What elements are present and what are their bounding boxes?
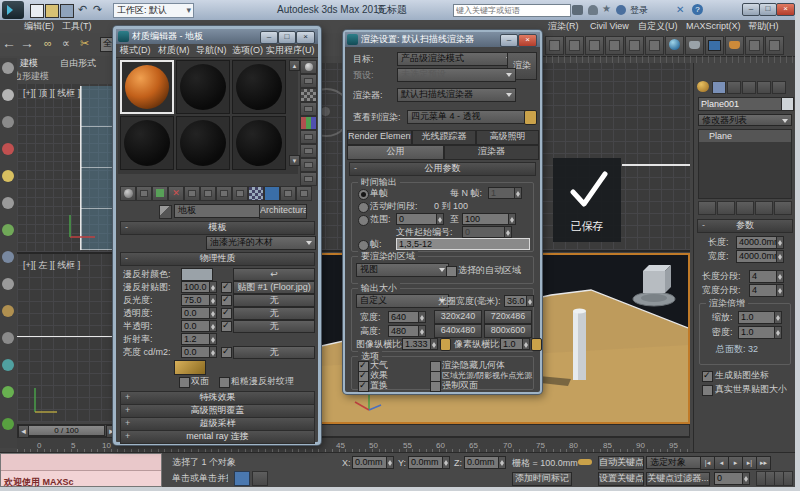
viewport-left-label[interactable]: [+][ 左 ][ 线框 ] — [23, 259, 80, 272]
modify-tab-icon[interactable] — [712, 81, 726, 94]
open-folder-icon[interactable] — [45, 4, 59, 18]
diffuse-map-button[interactable]: 贴图 #1 (Floor.jpg) — [233, 281, 315, 294]
spinner[interactable] — [430, 338, 438, 350]
width-spinner[interactable] — [776, 250, 784, 263]
go-start-icon[interactable]: |◂ — [700, 456, 715, 470]
go-to-parent-icon[interactable] — [280, 186, 296, 201]
coord-x-spinner[interactable] — [386, 456, 394, 469]
utilities-tab-icon[interactable] — [772, 81, 786, 94]
maximize-viewport-icon[interactable] — [783, 471, 793, 486]
pixel-aspect-lock-icon[interactable] — [531, 338, 542, 351]
key-filters-button[interactable]: 关键点过滤器... — [646, 472, 710, 486]
view-to-render-dropdown[interactable]: 四元菜单 4 - 透视 — [407, 110, 536, 124]
force-2sided-checkbox[interactable] — [430, 381, 441, 392]
active-segment-radio[interactable] — [358, 202, 369, 213]
coord-x-field[interactable]: 0.0mm — [352, 456, 390, 469]
translucency-map-button[interactable]: 无 — [233, 320, 315, 333]
viewport-top-label[interactable]: [+][ 顶 ][ 线框 ] — [23, 87, 80, 100]
spinner[interactable] — [514, 187, 522, 199]
motion-tab-icon[interactable] — [742, 81, 756, 94]
sample-slot[interactable] — [176, 60, 230, 114]
auto-key-button[interactable]: 自动关键点 — [598, 456, 644, 470]
close-button[interactable]: × — [518, 34, 537, 47]
renderer-dropdown[interactable]: 默认扫描线渲染器 — [397, 88, 516, 102]
minimize-button[interactable]: – — [500, 34, 518, 47]
isolate-selection-icon[interactable] — [234, 471, 250, 486]
maximize-button[interactable]: □ — [278, 31, 296, 44]
slot-scroll-up[interactable]: ▲ — [289, 60, 300, 71]
tab-renderer[interactable]: 渲染器 — [444, 145, 539, 160]
menu-material[interactable]: 材质(M) — [158, 44, 190, 56]
menu-edit[interactable]: 编辑(E) — [24, 20, 54, 32]
range-from-field[interactable]: 0 — [396, 213, 440, 225]
new-file-icon[interactable] — [30, 4, 44, 18]
spinner[interactable] — [526, 295, 534, 307]
object-name-field[interactable]: Plane001 — [698, 97, 782, 111]
displacement-checkbox[interactable] — [358, 381, 369, 392]
single-frame-radio[interactable] — [358, 189, 369, 200]
undo-icon[interactable]: ↶ — [78, 3, 87, 16]
transparency-map-button[interactable]: 无 — [233, 307, 315, 320]
shininess-map-button[interactable]: 无 — [233, 294, 315, 307]
spinner[interactable] — [209, 333, 217, 345]
help-icon[interactable]: ? — [692, 4, 703, 15]
get-material-icon[interactable] — [120, 186, 136, 201]
scale-spinner[interactable] — [774, 311, 782, 324]
material-map-navigator-icon[interactable] — [300, 172, 317, 186]
side-toolbar-icon[interactable] — [2, 278, 14, 290]
bind-spacewarp-icon[interactable]: ✂ — [80, 37, 95, 51]
target-dropdown[interactable]: 产品级渲染模式 — [397, 52, 516, 66]
menu-civil-view[interactable]: Civil View — [590, 20, 629, 32]
side-toolbar-icon[interactable] — [2, 170, 14, 182]
output-height-field[interactable]: 480 — [388, 325, 422, 337]
put-to-library-icon[interactable] — [216, 186, 232, 201]
hierarchy-tab-icon[interactable] — [727, 81, 741, 94]
align-icon[interactable] — [565, 36, 584, 55]
side-toolbar-icon[interactable] — [2, 197, 14, 209]
coord-z-spinner[interactable] — [498, 456, 506, 469]
spinner[interactable] — [209, 307, 217, 319]
menu-navigation[interactable]: 导航(N) — [196, 44, 227, 56]
next-frame-icon[interactable]: ▸| — [742, 456, 757, 470]
go-end-icon[interactable]: ▸▸ — [756, 456, 771, 470]
side-toolbar-icon[interactable] — [2, 386, 14, 398]
sample-uv-tiling-icon[interactable] — [300, 102, 317, 116]
coord-y-field[interactable]: 0.0mm — [408, 456, 446, 469]
make-preview-icon[interactable] — [300, 130, 317, 144]
common-parameters-rollout[interactable]: -公用参数 — [349, 162, 536, 176]
templates-rollout[interactable]: -模板 — [120, 221, 315, 235]
close-button[interactable]: × — [296, 31, 315, 44]
length-field[interactable]: 4000.0mm — [736, 236, 780, 249]
minimize-button[interactable]: – — [260, 31, 278, 44]
sample-slot-active[interactable] — [120, 60, 174, 114]
template-dropdown[interactable]: 油漆光泽的木材 — [206, 236, 316, 250]
material-editor-icon[interactable] — [665, 36, 684, 55]
spinner[interactable] — [418, 311, 426, 323]
preset-dropdown[interactable]: 未选定预设 — [397, 68, 516, 82]
side-toolbar-icon[interactable] — [2, 332, 14, 344]
length-spinner[interactable] — [776, 236, 784, 249]
spinner[interactable] — [522, 338, 530, 350]
menu-customize[interactable]: 自定义(U) — [638, 20, 678, 32]
tab-advanced-lighting[interactable]: 高级照明 — [476, 130, 539, 145]
side-toolbar-icon[interactable] — [2, 116, 14, 128]
user-icon[interactable] — [616, 5, 626, 15]
play-icon[interactable]: ▸ — [728, 456, 743, 470]
pin-stack-icon[interactable] — [698, 201, 716, 215]
luminance-preset-button[interactable] — [174, 360, 206, 375]
layer-manager-icon[interactable] — [585, 36, 604, 55]
assign-material-icon[interactable] — [152, 186, 168, 201]
go-to-sibling-icon[interactable] — [296, 186, 312, 201]
preset-720x486-button[interactable]: 720x486 — [484, 310, 532, 324]
a360-render-icon[interactable] — [765, 36, 784, 55]
redo-icon[interactable]: → — [20, 35, 34, 51]
schematic-view-icon[interactable] — [645, 36, 664, 55]
spinner[interactable] — [209, 281, 217, 293]
spinner[interactable] — [436, 213, 444, 225]
special-effects-rollout[interactable]: +特殊效果 — [120, 391, 315, 405]
supersampling-rollout[interactable]: +超级采样 — [120, 417, 315, 431]
size-preset-dropdown[interactable]: 自定义 — [356, 294, 449, 308]
spinner[interactable] — [508, 213, 516, 225]
menu-maxscript[interactable]: MAXScript(X) — [686, 20, 741, 32]
ribbon-tab-modeling[interactable]: 建模 — [20, 58, 38, 69]
